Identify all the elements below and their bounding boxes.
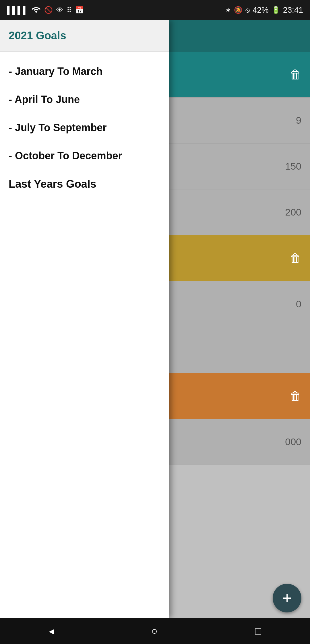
bg-item-value: 9 bbox=[296, 115, 301, 126]
fab-plus-icon: + bbox=[282, 590, 292, 606]
drawer-item-oct-dec[interactable]: - October To December bbox=[0, 142, 169, 170]
dnd-icon: ⦸ bbox=[245, 6, 250, 14]
drawer-item-label: - April To June bbox=[9, 94, 80, 106]
calendar-icon: 📅 bbox=[75, 6, 84, 14]
drawer-item-jul-sep[interactable]: - July To September bbox=[0, 114, 169, 142]
drawer-item-jan-march[interactable]: - January To March bbox=[0, 57, 169, 86]
home-button[interactable]: ○ bbox=[151, 625, 158, 637]
bg-item-value: 000 bbox=[285, 436, 301, 447]
drawer-title: 2021 Goals bbox=[9, 30, 66, 42]
status-left-icons: ▌▌▌▌ 🚫 👁 ⠿ 📅 bbox=[7, 5, 84, 15]
bg-item-value: 200 bbox=[285, 207, 301, 218]
trash-icon: 🗑 bbox=[289, 251, 301, 265]
drawer-header: 2021 Goals bbox=[0, 20, 169, 52]
svg-point-0 bbox=[35, 11, 37, 13]
status-right-icons: ∗ 🔕 ⦸ 42% 🔋 23:41 bbox=[225, 5, 303, 15]
status-bar: ▌▌▌▌ 🚫 👁 ⠿ 📅 ∗ 🔕 ⦸ 42% 🔋 23:41 bbox=[0, 0, 310, 20]
drawer-item-label: - January To March bbox=[9, 65, 102, 77]
navigation-drawer[interactable]: 2021 Goals - January To March - April To… bbox=[0, 20, 169, 618]
drawer-menu: - January To March - April To June - Jul… bbox=[0, 52, 169, 204]
time-display: 23:41 bbox=[283, 5, 303, 15]
trash-icon: 🗑 bbox=[289, 389, 301, 403]
drawer-item-apr-june[interactable]: - April To June bbox=[0, 86, 169, 114]
recents-button[interactable]: □ bbox=[255, 625, 261, 637]
drawer-item-label: - July To September bbox=[9, 122, 106, 134]
battery-percent: 42% bbox=[253, 5, 269, 15]
no-sim-icon: 🚫 bbox=[44, 6, 53, 14]
alarm-off-icon: 🔕 bbox=[234, 6, 243, 14]
bluetooth-icon: ∗ bbox=[225, 6, 231, 14]
drawer-item-last-years[interactable]: Last Years Goals bbox=[0, 170, 169, 198]
navigation-bar: ◂ ○ □ bbox=[0, 618, 310, 644]
back-button[interactable]: ◂ bbox=[49, 625, 54, 637]
signal-icon: ▌▌▌▌ bbox=[7, 6, 28, 15]
eye-icon: 👁 bbox=[56, 6, 63, 14]
fab-button[interactable]: + bbox=[273, 584, 301, 612]
trash-icon: 🗑 bbox=[289, 68, 301, 82]
drawer-item-label: - October To December bbox=[9, 150, 122, 162]
wifi-icon bbox=[32, 5, 41, 15]
drawer-item-label: Last Years Goals bbox=[9, 178, 96, 190]
bg-item-value: 150 bbox=[285, 161, 301, 172]
bg-item-value: 0 bbox=[296, 298, 301, 310]
battery-icon: 🔋 bbox=[272, 6, 280, 14]
grid-icon: ⠿ bbox=[67, 6, 72, 14]
